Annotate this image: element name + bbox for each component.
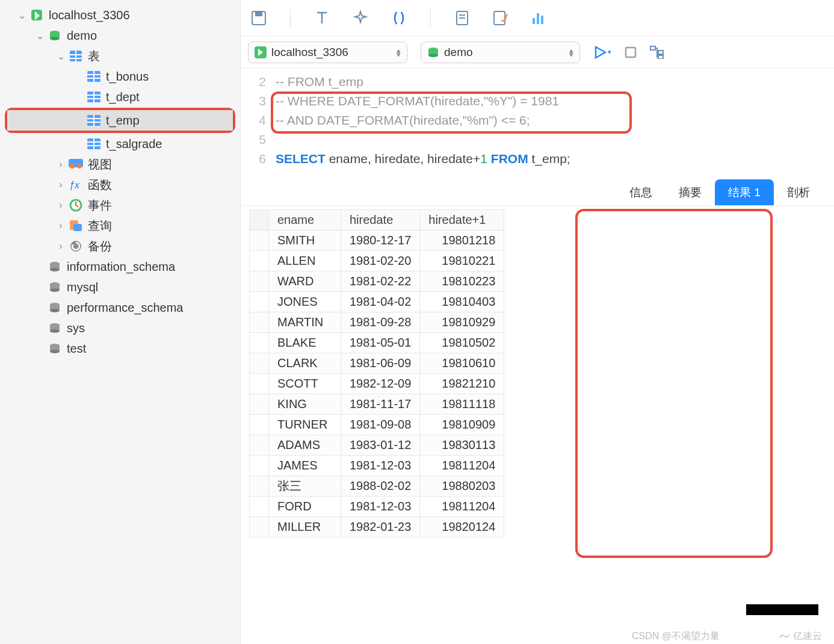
cell[interactable]: 1983-01-12 (341, 435, 420, 456)
cell[interactable]: 1981-02-22 (341, 271, 420, 292)
tab-0[interactable]: 信息 (616, 179, 666, 205)
cell[interactable]: 19810909 (420, 415, 504, 435)
tab-2[interactable]: 结果 1 (715, 179, 774, 205)
cell[interactable]: 1981-12-03 (341, 497, 420, 517)
table-row[interactable]: TURNER1981-09-0819810909 (250, 415, 504, 435)
sidebar-root[interactable]: ⌄ localhost_3306 (0, 5, 240, 25)
stop-button[interactable] (625, 46, 637, 58)
cell[interactable]: 19811204 (420, 456, 504, 476)
cell[interactable]: 1981-09-08 (341, 415, 420, 435)
cell[interactable]: JAMES (269, 456, 341, 476)
cell[interactable]: 1988-02-02 (341, 476, 420, 497)
cell[interactable]: 1981-06-09 (341, 353, 420, 374)
cell[interactable]: 19821210 (420, 374, 504, 394)
cell[interactable]: 19810403 (420, 292, 504, 312)
editor-line[interactable]: 2-- FROM t_emp (241, 72, 834, 91)
cell[interactable]: 19810502 (420, 333, 504, 353)
cell[interactable]: ALLEN (269, 251, 341, 271)
export-icon[interactable] (491, 8, 510, 28)
sidebar-folder-views[interactable]: › 视图 (0, 154, 240, 175)
cell[interactable]: MARTIN (269, 312, 341, 333)
cell[interactable]: 19810929 (420, 312, 504, 333)
cell[interactable]: 19830113 (420, 435, 504, 456)
column-header[interactable]: hiredate+1 (420, 210, 504, 231)
explain-icon[interactable] (650, 46, 666, 59)
sidebar-folder-events[interactable]: › 事件 (0, 195, 240, 215)
cell[interactable]: 19801218 (420, 231, 504, 251)
sidebar-table-item-selected[interactable]: t_emp (7, 110, 233, 131)
table-row[interactable]: JAMES1981-12-0319811204 (250, 456, 504, 476)
cell[interactable]: 19811118 (420, 394, 504, 415)
table-row[interactable]: MARTIN1981-09-2819810929 (250, 312, 504, 333)
table-row[interactable]: 张三1988-02-0219880203 (250, 476, 504, 497)
cell[interactable]: 19810221 (420, 251, 504, 271)
cell[interactable]: 19811204 (420, 497, 504, 517)
cell[interactable]: 1981-02-20 (341, 251, 420, 271)
sidebar-database[interactable]: ⌄ demo (0, 25, 240, 46)
sidebar-table-item[interactable]: t_dept (0, 87, 240, 107)
save-icon[interactable] (249, 8, 268, 28)
table-row[interactable]: ALLEN1981-02-2019810221 (250, 251, 504, 271)
cell[interactable]: 19810223 (420, 271, 504, 292)
table-row[interactable]: ADAMS1983-01-1219830113 (250, 435, 504, 456)
cell[interactable]: 19880203 (420, 476, 504, 497)
cell[interactable]: JONES (269, 292, 341, 312)
cell[interactable]: TURNER (269, 415, 341, 435)
sidebar-table-item[interactable]: t_salgrade (0, 134, 240, 154)
table-row[interactable]: BLAKE1981-05-0119810502 (250, 333, 504, 353)
table-row[interactable]: CLARK1981-06-0919810610 (250, 353, 504, 374)
cell[interactable]: SCOTT (269, 374, 341, 394)
tab-1[interactable]: 摘要 (666, 179, 715, 205)
editor-line[interactable]: 4-- AND DATE_FORMAT(hiredate,"%m") <= 6; (241, 111, 834, 130)
cell[interactable]: ADAMS (269, 435, 341, 456)
cell[interactable]: 1982-12-09 (341, 374, 420, 394)
cell[interactable]: 1982-01-23 (341, 517, 420, 537)
editor-line[interactable]: 5 (241, 130, 834, 149)
sidebar-folder-functions[interactable]: › ƒx 函数 (0, 175, 240, 195)
sidebar-database-item[interactable]: information_schema (0, 256, 240, 277)
cell[interactable]: 1981-09-28 (341, 312, 420, 333)
column-header[interactable]: hiredate (341, 210, 420, 231)
table-row[interactable]: WARD1981-02-2219810223 (250, 271, 504, 292)
sidebar-database-item[interactable]: mysql (0, 277, 240, 297)
cell[interactable]: FORD (269, 497, 341, 517)
cell[interactable]: BLAKE (269, 333, 341, 353)
results-table[interactable]: enamehiredatehiredate+1 SMITH1980-12-171… (249, 209, 504, 537)
database-combo[interactable]: demo ▴▾ (421, 42, 580, 63)
cell[interactable]: SMITH (269, 231, 341, 251)
sidebar-table-item[interactable]: t_bonus (0, 66, 240, 87)
sidebar-folder-queries[interactable]: › 查询 (0, 215, 240, 236)
cell[interactable]: 19810610 (420, 353, 504, 374)
run-button[interactable]: ▾ (593, 46, 611, 59)
parentheses-icon[interactable] (389, 8, 409, 28)
table-row[interactable]: FORD1981-12-0319811204 (250, 497, 504, 517)
snippet-icon[interactable] (453, 8, 472, 28)
table-row[interactable]: SMITH1980-12-1719801218 (250, 231, 504, 251)
sidebar-database-item[interactable]: sys (0, 318, 240, 338)
sidebar-database-item[interactable]: performance_schema (0, 297, 240, 318)
cell[interactable]: MILLER (269, 517, 341, 537)
chart-icon[interactable] (530, 8, 549, 28)
table-row[interactable]: SCOTT1982-12-0919821210 (250, 374, 504, 394)
cell[interactable]: 1981-04-02 (341, 292, 420, 312)
cell[interactable]: 张三 (269, 476, 341, 497)
editor-line[interactable]: 3-- WHERE DATE_FORMAT(hiredate,"%Y") = 1… (241, 91, 834, 111)
table-row[interactable]: MILLER1982-01-2319820124 (250, 517, 504, 537)
sidebar-folder-tables[interactable]: ⌄ 表 (0, 46, 240, 66)
cell[interactable]: WARD (269, 271, 341, 292)
cell[interactable]: 1980-12-17 (341, 231, 420, 251)
connection-combo[interactable]: localhost_3306 ▴▾ (248, 42, 407, 63)
format-icon[interactable] (312, 8, 332, 28)
editor-line[interactable]: 6SELECT ename, hiredate, hiredate+1 FROM… (241, 149, 834, 169)
cell[interactable]: 1981-05-01 (341, 333, 420, 353)
table-row[interactable]: JONES1981-04-0219810403 (250, 292, 504, 312)
cell[interactable]: KING (269, 394, 341, 415)
beautify-icon[interactable] (351, 8, 370, 28)
tab-3[interactable]: 剖析 (774, 179, 823, 205)
table-row[interactable]: KING1981-11-1719811118 (250, 394, 504, 415)
sql-editor[interactable]: 2-- FROM t_emp3-- WHERE DATE_FORMAT(hire… (241, 69, 834, 179)
cell[interactable]: 1981-11-17 (341, 394, 420, 415)
column-header[interactable]: ename (269, 210, 341, 231)
cell[interactable]: CLARK (269, 353, 341, 374)
cell[interactable]: 1981-12-03 (341, 456, 420, 476)
